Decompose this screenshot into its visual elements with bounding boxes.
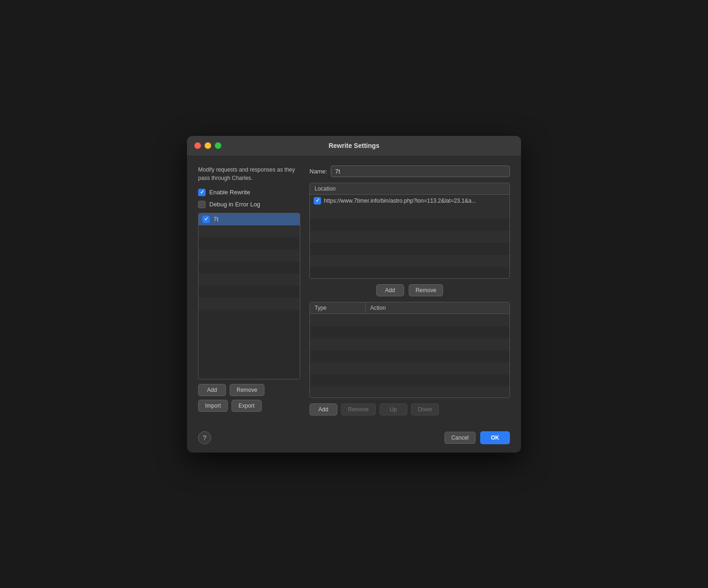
right-panel: Name: Location https://www.7timer.info/b…	[309, 166, 510, 415]
name-input[interactable]	[331, 166, 510, 177]
bottom-bar: ? Cancel OK	[187, 425, 521, 453]
debug-error-log-label: Debug in Error Log	[209, 201, 260, 208]
close-button[interactable]	[194, 142, 201, 149]
rules-table: Type Action	[309, 302, 510, 398]
list-item-checkbox[interactable]	[202, 216, 210, 223]
enable-rewrite-row[interactable]: Enable Rewrite	[198, 189, 300, 196]
rules-buttons: Add Remove Up Down	[309, 403, 510, 415]
left-panel: Modify requests and responses as they pa…	[198, 166, 300, 415]
location-cell: https://www.7timer.info/bin/astro.php?lo…	[310, 195, 509, 207]
rules-empty-rows	[310, 314, 509, 397]
location-row-url: https://www.7timer.info/bin/astro.php?lo…	[324, 198, 476, 204]
minimize-button[interactable]	[205, 142, 211, 149]
location-row-checkbox[interactable]	[314, 197, 321, 205]
cancel-button[interactable]: Cancel	[444, 432, 476, 444]
description-text: Modify requests and responses as they pa…	[198, 166, 300, 182]
location-table-body: https://www.7timer.info/bin/astro.php?lo…	[310, 195, 509, 278]
list-button-row-2: Import Export	[198, 400, 300, 412]
location-header-cell: Location	[310, 183, 509, 194]
ok-button[interactable]: OK	[480, 431, 510, 444]
location-buttons: Add Remove	[309, 284, 510, 296]
window-title: Rewrite Settings	[328, 142, 380, 149]
location-table: Location https://www.7timer.info/bin/ast…	[309, 183, 510, 279]
list-item-label: 7t	[213, 216, 219, 223]
location-row[interactable]: https://www.7timer.info/bin/astro.php?lo…	[310, 195, 509, 207]
rules-remove-button[interactable]: Remove	[341, 403, 376, 415]
help-button[interactable]: ?	[198, 431, 211, 444]
main-content: Modify requests and responses as they pa…	[187, 156, 521, 425]
enable-rewrite-checkbox[interactable]	[198, 189, 206, 196]
rules-up-button[interactable]: Up	[380, 403, 407, 415]
rules-add-button[interactable]: Add	[309, 403, 337, 415]
list-import-button[interactable]: Import	[198, 400, 228, 412]
location-remove-button[interactable]: Remove	[409, 284, 444, 296]
location-table-header: Location	[310, 183, 509, 195]
name-label: Name:	[309, 168, 327, 175]
enable-rewrite-label: Enable Rewrite	[209, 189, 250, 196]
title-bar: Rewrite Settings	[187, 136, 521, 156]
rules-action-header: Action	[366, 302, 509, 313]
list-item[interactable]: 7t	[199, 213, 300, 225]
debug-error-log-row[interactable]: Debug in Error Log	[198, 201, 300, 208]
name-row: Name:	[309, 166, 510, 177]
list-empty-area	[199, 225, 300, 318]
list-add-button[interactable]: Add	[198, 384, 226, 396]
location-empty-rows	[310, 207, 509, 276]
location-add-button[interactable]: Add	[376, 284, 404, 296]
bottom-actions: Cancel OK	[444, 431, 510, 444]
traffic-lights	[194, 142, 221, 149]
list-remove-button[interactable]: Remove	[230, 384, 264, 396]
rules-table-body	[310, 314, 509, 397]
debug-error-log-checkbox[interactable]	[198, 201, 206, 208]
rewrite-sets-list[interactable]: 7t	[198, 213, 300, 379]
maximize-button[interactable]	[215, 142, 221, 149]
rewrite-settings-window: Rewrite Settings Modify requests and res…	[187, 136, 521, 453]
list-export-button[interactable]: Export	[232, 400, 262, 412]
rules-type-header: Type	[310, 302, 366, 313]
rules-down-button[interactable]: Down	[411, 403, 439, 415]
rules-table-header: Type Action	[310, 302, 509, 314]
list-button-row-1: Add Remove	[198, 384, 300, 396]
